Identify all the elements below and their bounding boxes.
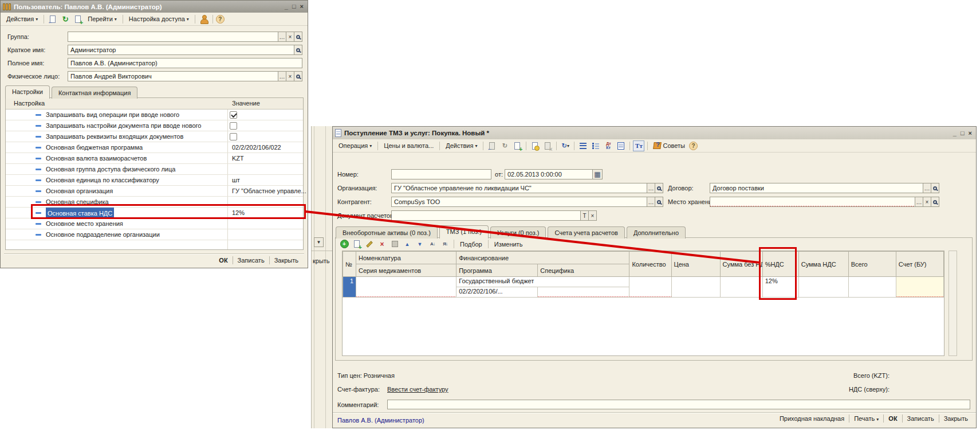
group-field[interactable]	[68, 32, 278, 42]
edit-row-icon[interactable]	[364, 239, 375, 249]
tab-services[interactable]: Услуги (0 поз.)	[490, 226, 546, 239]
help-icon[interactable]: ?	[689, 142, 698, 150]
settlement-doc-field[interactable]	[391, 210, 581, 221]
post-document-icon[interactable]	[529, 140, 541, 151]
checkbox-unchecked[interactable]	[230, 133, 237, 140]
clear-button[interactable]: ×	[286, 32, 294, 42]
col-qty[interactable]: Количество	[629, 252, 671, 277]
refresh-icon[interactable]: ↻	[60, 14, 71, 25]
account-cell[interactable]	[896, 277, 943, 298]
col-price[interactable]: Цена	[671, 252, 720, 277]
clear-button[interactable]: ×	[923, 197, 931, 207]
close-window-button[interactable]: Закрыть	[270, 256, 303, 265]
copy-new-icon[interactable]	[511, 140, 523, 151]
vat-pct-cell[interactable]: 12%	[762, 277, 798, 298]
end-edit-icon[interactable]	[389, 239, 400, 249]
actions-menu[interactable]: Действия▾	[443, 141, 480, 150]
choose-button[interactable]: …	[923, 183, 931, 193]
refresh-icon[interactable]: ↻	[499, 140, 510, 151]
checkbox-unchecked[interactable]	[230, 122, 237, 130]
setting-row[interactable]: Запрашивать реквизиты входящих документо…	[6, 131, 303, 142]
prices-currency-button[interactable]: Цены и валюта...	[381, 141, 436, 150]
col-nomenclature[interactable]: Номенклатура	[356, 252, 456, 264]
tab-noncurrent-assets[interactable]: Внеоборотные активы (0 поз.)	[336, 226, 438, 239]
checkbox-checked[interactable]	[230, 111, 237, 119]
write-button[interactable]: Записать	[903, 414, 939, 423]
number-field[interactable]	[391, 169, 491, 179]
setting-row[interactable]: Основная валюта взаиморасчетов KZT	[6, 153, 303, 164]
vat-sum-cell[interactable]	[798, 277, 848, 298]
minimize-button[interactable]: _	[953, 130, 957, 136]
copy-row-icon[interactable]	[351, 239, 363, 249]
col-financing[interactable]: Финансирование	[456, 252, 629, 264]
delete-row-icon[interactable]: ×	[376, 239, 388, 249]
close-window-button[interactable]: Закрыть	[939, 414, 973, 423]
total-cell[interactable]	[848, 277, 896, 298]
clear-button[interactable]: ×	[286, 71, 294, 81]
choose-button[interactable]: …	[915, 197, 923, 207]
help-icon[interactable]: ?	[216, 15, 225, 24]
column-header-setting[interactable]: Настройка	[14, 100, 45, 107]
advice-button[interactable]: Советы	[651, 141, 687, 150]
price-cell[interactable]	[671, 277, 720, 298]
col-total[interactable]: Всего	[848, 252, 896, 277]
col-vat-sum[interactable]: Сумма НДС	[798, 252, 848, 277]
move-up-icon[interactable]: ▲	[402, 239, 413, 249]
copy-new-icon[interactable]	[72, 14, 84, 25]
contract-field[interactable]: Договор поставки	[710, 183, 923, 193]
financing-cell[interactable]: Государственный бюджет	[456, 277, 629, 287]
open-button[interactable]	[655, 197, 663, 207]
totals-toggle-button[interactable]: Тт	[633, 140, 644, 151]
setting-row[interactable]: Основная организация ГУ "Областное управ…	[6, 186, 303, 197]
document-structure-icon[interactable]	[577, 140, 589, 151]
enter-invoice-link[interactable]: Ввести счет-фактуру	[387, 386, 448, 393]
setting-row[interactable]: Запрашивать вид операции при вводе новог…	[6, 110, 303, 120]
setting-row[interactable]: Основная единица по классификатору шт	[6, 175, 303, 186]
actions-menu[interactable]: Действия▾	[3, 14, 41, 24]
column-header-value[interactable]: Значение	[232, 100, 260, 107]
full-name-field[interactable]: Павлов А.В. (Администратор)	[68, 58, 302, 68]
qty-cell[interactable]	[629, 277, 671, 298]
write-button[interactable]: Записать	[233, 256, 269, 265]
setting-row[interactable]: Основная бюджетная программа 02/2/202/10…	[6, 142, 303, 153]
open-button[interactable]	[931, 197, 939, 207]
choose-button[interactable]: …	[647, 183, 655, 193]
program-cell[interactable]: 02/2/202/106/...	[456, 287, 538, 298]
grid-scrollbar[interactable]	[948, 251, 957, 356]
tab-additional[interactable]: Дополнительно	[627, 226, 686, 239]
tab-tmz[interactable]: ТМЗ (1 поз.)	[439, 225, 489, 239]
comment-field[interactable]	[387, 400, 970, 409]
author-link[interactable]: Павлов А.В. (Администратор)	[337, 417, 424, 424]
pick-button[interactable]: Подбор	[457, 240, 485, 249]
setting-row-selected[interactable]: Основная ставка НДС 12%	[6, 208, 303, 218]
journal-icon[interactable]	[615, 140, 627, 151]
open-button[interactable]	[294, 32, 302, 42]
user-window-titlebar[interactable]: Пользователь: Павлов А.В. (Администратор…	[1, 1, 308, 13]
choose-button[interactable]: …	[278, 32, 286, 42]
close-button[interactable]: ×	[969, 130, 972, 136]
counterparty-field[interactable]: CompuSys ТОО	[391, 197, 647, 207]
grid-row[interactable]: 1 Государственный бюджет 12%	[343, 277, 944, 287]
goto-menu[interactable]: Перейти▾	[85, 14, 120, 24]
ok-button[interactable]: ОК	[884, 414, 902, 423]
move-down-icon[interactable]: ▼	[414, 239, 426, 249]
warehouse-field[interactable]	[710, 197, 915, 207]
col-program[interactable]: Программа	[456, 264, 538, 277]
organization-field[interactable]: ГУ "Областное управление по ликвидации Ч…	[391, 183, 647, 193]
setting-row[interactable]: Основное подразделение организации	[6, 229, 303, 240]
sum-no-vat-cell[interactable]	[720, 277, 762, 298]
unpost-document-icon[interactable]	[542, 140, 553, 151]
setting-row[interactable]: Основное место хранения	[6, 218, 303, 229]
col-account[interactable]: Счет (БУ)	[896, 252, 943, 277]
short-name-field[interactable]: Администратор	[68, 45, 294, 55]
row-number-cell[interactable]: 1	[343, 277, 356, 298]
setting-row[interactable]: Основная специфика	[6, 197, 303, 208]
open-button[interactable]	[655, 183, 663, 193]
setting-row[interactable]: Основная группа доступа физического лица	[6, 164, 303, 175]
calendar-button[interactable]: ▦	[593, 169, 603, 179]
choose-button[interactable]: …	[278, 71, 286, 81]
nomenclature-cell[interactable]	[356, 277, 456, 298]
tab-contact-info[interactable]: Контактная информация	[52, 87, 137, 99]
change-button[interactable]: Изменить	[491, 240, 526, 249]
specifics-cell[interactable]	[538, 287, 629, 298]
